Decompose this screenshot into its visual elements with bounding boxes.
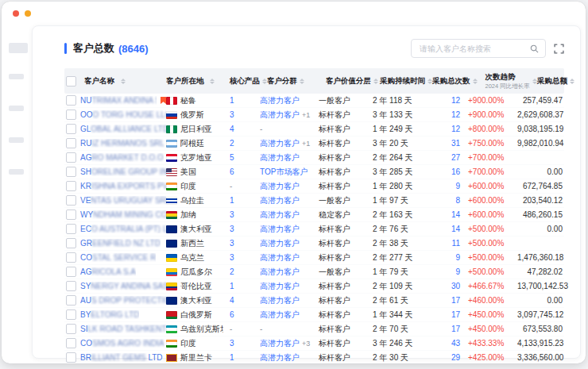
purchase-count-value[interactable]: 31 [451, 139, 460, 148]
header-core-products[interactable]: 核心产品 [223, 76, 267, 86]
purchase-count-value[interactable]: 9 [455, 267, 460, 276]
row-checkbox[interactable] [66, 338, 76, 348]
segment-link[interactable]: 高潜力客户 [260, 296, 300, 305]
segment-link[interactable]: 高潜力客户 [260, 139, 300, 148]
segment-link[interactable]: 高潜力客户 [260, 110, 300, 119]
row-checkbox[interactable] [66, 224, 76, 234]
purchase-count-value[interactable]: 16 [451, 167, 460, 176]
customer-name-link[interactable]: COSTAL SERVICE R [80, 253, 156, 262]
header-segment[interactable]: 客户分群 [267, 76, 326, 86]
core-product-count[interactable]: 3 [230, 339, 234, 348]
header-customer-name[interactable]: 客户名称 [64, 76, 166, 86]
core-product-count[interactable]: 3 [230, 110, 234, 119]
customer-name-link[interactable]: SYNERGY ANDINA SAS [80, 282, 166, 290]
search-input[interactable] [418, 44, 530, 54]
purchase-count-value[interactable]: 43 [451, 339, 460, 348]
row-checkbox[interactable] [66, 281, 76, 291]
core-product-count[interactable]: 6 [230, 167, 234, 176]
purchase-count-value[interactable]: 8 [455, 196, 460, 205]
purchase-count-value[interactable]: 17 [451, 310, 460, 319]
customer-name-link[interactable]: BYELTORG LTD [80, 310, 139, 319]
minimize-window-icon[interactable] [25, 10, 31, 17]
sort-icon[interactable] [373, 79, 378, 84]
row-checkbox[interactable] [66, 124, 76, 134]
segment-link[interactable]: 高潜力客户 [260, 253, 300, 262]
customer-name-link[interactable]: WYNDHAM MINING CO [80, 210, 166, 219]
core-product-count[interactable]: 6 [230, 310, 234, 319]
sort-icon[interactable] [473, 79, 478, 84]
customer-name-link[interactable]: AGRO MARKET D.O.O [80, 153, 164, 162]
segment-link[interactable]: 高潜力客户 [260, 225, 300, 233]
customer-name-link[interactable]: ECO AUSTRALIA (PT) LTD [80, 225, 166, 233]
segment-link[interactable]: 高潜力客户 [260, 196, 300, 205]
sort-icon[interactable] [300, 79, 304, 84]
purchase-count-value[interactable]: 12 [451, 110, 460, 119]
customer-name-link[interactable]: VENTAS URUGUAY SRL [80, 196, 166, 205]
core-product-count[interactable]: 1 [230, 196, 234, 205]
row-checkbox[interactable] [66, 252, 76, 263]
purchase-count-value[interactable]: 17 [451, 325, 460, 333]
row-checkbox[interactable] [66, 267, 76, 277]
row-checkbox[interactable] [66, 209, 76, 220]
customer-name-link[interactable]: GREENFIELD NZ LTD [80, 239, 161, 248]
header-location[interactable]: 客户所在地 [166, 76, 223, 86]
row-checkbox[interactable] [66, 238, 76, 248]
core-product-count[interactable]: 1 [230, 282, 234, 290]
purchase-count-value[interactable]: 17 [451, 296, 460, 305]
row-checkbox[interactable] [66, 295, 76, 306]
purchase-count-value[interactable]: 29 [451, 353, 460, 362]
search-icon[interactable] [530, 44, 539, 53]
row-checkbox[interactable] [66, 181, 76, 191]
row-checkbox[interactable] [66, 352, 76, 363]
core-product-count[interactable]: 1 [230, 96, 234, 105]
purchase-count-value[interactable]: 14 [451, 225, 460, 233]
sort-icon[interactable] [210, 79, 215, 84]
core-product-count[interactable]: 3 [230, 253, 234, 262]
customer-name-link[interactable]: GLOBAL ALLIANCE LTD [80, 125, 166, 133]
core-product-count[interactable]: 2 [230, 267, 234, 276]
row-checkbox[interactable] [66, 324, 76, 334]
header-trend[interactable]: 次数趋势 2024 同比增长率 [485, 72, 537, 90]
customer-name-link[interactable]: BRILLIANT GEMS LTD [80, 353, 163, 362]
fullscreen-icon[interactable] [554, 44, 564, 54]
segment-link[interactable]: TOP市场客户 [260, 167, 308, 176]
header-purchase-count[interactable]: 采购总次数 [432, 76, 485, 86]
core-product-count[interactable]: 3 [230, 225, 234, 233]
purchase-count-value[interactable]: 30 [451, 282, 460, 290]
core-product-count[interactable]: 3 [230, 239, 234, 248]
row-checkbox[interactable] [66, 138, 76, 148]
purchase-count-value[interactable]: 9 [455, 253, 460, 262]
core-product-count[interactable]: 1 [230, 353, 234, 362]
customer-name-link[interactable]: COSMOS AGRO INDIA [80, 339, 164, 348]
sort-icon[interactable] [121, 79, 126, 84]
header-total-amount[interactable]: 采购总额 [537, 76, 576, 86]
segment-link[interactable]: 高潜力客户 [260, 153, 300, 162]
row-checkbox[interactable] [66, 195, 76, 206]
customer-name-link[interactable]: AUS DROP PROTECTION P [80, 296, 166, 305]
customer-name-link[interactable]: SILK ROAD TASHKENT X [80, 325, 166, 333]
purchase-count-value[interactable]: 27 [451, 153, 460, 162]
customer-name-link[interactable]: NUTRIMAX ANDINA S.A.C [80, 96, 157, 105]
segment-link[interactable]: 高潜力客户 [260, 339, 300, 348]
segment-link[interactable]: 高潜力客户 [260, 96, 300, 105]
customer-name-link[interactable]: KRISHNA EXPORTS PVT [80, 182, 166, 190]
segment-link[interactable]: 高潜力客户 [260, 353, 300, 362]
segment-link[interactable]: 高潜力客户 [260, 210, 300, 219]
close-window-icon[interactable] [13, 10, 19, 17]
purchase-count-value[interactable]: 12 [451, 96, 460, 105]
row-checkbox[interactable] [66, 110, 76, 120]
segment-link[interactable]: 高潜力客户 [260, 182, 300, 190]
core-product-count[interactable]: 3 [230, 210, 234, 219]
core-product-count[interactable]: 2 [230, 139, 234, 148]
customer-name-link[interactable]: SHORELINE GROUP INC [80, 167, 166, 176]
purchase-count-value[interactable]: 14 [451, 210, 460, 219]
core-product-count[interactable]: 5 [230, 153, 234, 162]
segment-link[interactable]: 高潜力客户 [260, 239, 300, 248]
row-checkbox[interactable] [66, 309, 76, 320]
header-duration[interactable]: 采购持续时间 [380, 76, 432, 86]
purchase-count-value[interactable]: 12 [451, 125, 460, 133]
header-value-tier[interactable]: 客户价值分层 [326, 76, 380, 86]
customer-search-box[interactable] [411, 39, 546, 58]
segment-link[interactable]: 高潜力客户 [260, 282, 300, 290]
purchase-count-value[interactable]: 9 [455, 182, 460, 190]
